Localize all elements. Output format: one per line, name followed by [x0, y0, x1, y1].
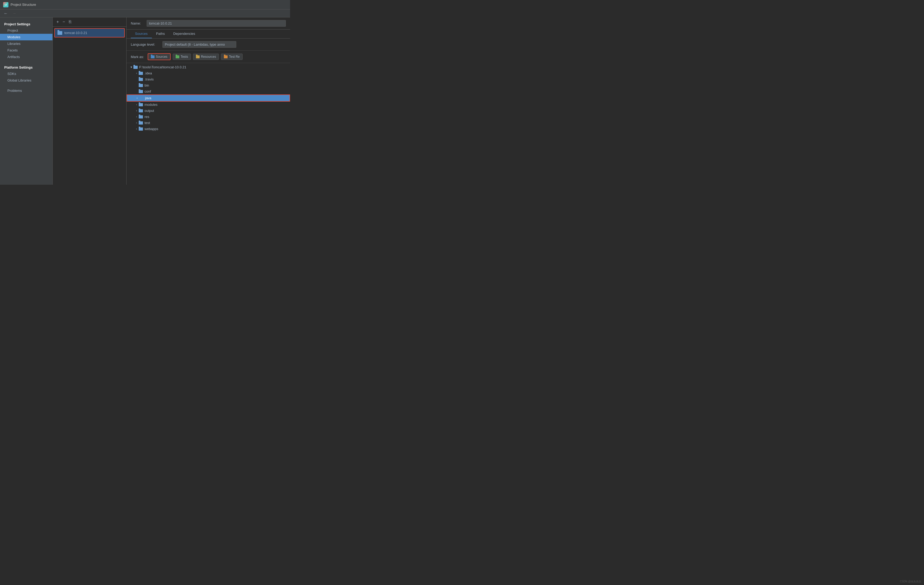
- idea-label: .idea: [145, 71, 152, 75]
- conf-label: conf: [145, 89, 151, 93]
- main-layout: Project Settings Project Modules Librari…: [0, 17, 290, 185]
- conf-folder-icon: [139, 90, 143, 93]
- language-row: Language level:: [127, 38, 290, 51]
- tree-item-res[interactable]: › res: [127, 114, 290, 120]
- webapps-arrow: ›: [134, 127, 139, 131]
- tree-root[interactable]: ▼ F:\tools\Tomcat\tomcat-10.0.21: [127, 64, 290, 70]
- modules-arrow: ›: [134, 103, 139, 106]
- sidebar-item-libraries[interactable]: Libraries: [0, 40, 53, 47]
- mark-as-label: Mark as:: [131, 55, 144, 59]
- module-item[interactable]: tomcat-10.0.21: [54, 28, 125, 38]
- name-label: Name:: [131, 21, 144, 25]
- tree-item-bin[interactable]: bin: [127, 82, 290, 88]
- test-folder-icon: [139, 121, 143, 124]
- tree-item-webapps[interactable]: › webapps: [127, 126, 290, 132]
- idea-folder-icon: [139, 72, 143, 75]
- center-panel: + − ⎘ tomcat-10.0.21: [53, 17, 127, 185]
- tab-sources[interactable]: Sources: [131, 30, 152, 38]
- tree-item-modules[interactable]: › modules: [127, 102, 290, 107]
- language-level-select[interactable]: [162, 41, 236, 48]
- forward-button[interactable]: →: [11, 10, 17, 17]
- sidebar-item-problems[interactable]: Problems: [0, 88, 53, 94]
- mark-as-row: Mark as: Sources Tests Resources Test Re: [127, 51, 290, 63]
- tab-paths[interactable]: Paths: [152, 30, 169, 38]
- test-label: test: [145, 121, 150, 125]
- java-folder-icon: [139, 97, 144, 100]
- webapps-label: webapps: [145, 127, 158, 131]
- sidebar: Project Settings Project Modules Librari…: [0, 17, 53, 185]
- mark-as-sources-button[interactable]: Sources: [148, 53, 171, 60]
- mark-as-resources-button[interactable]: Resources: [193, 54, 219, 60]
- remove-module-button[interactable]: −: [61, 19, 66, 25]
- sidebar-divider-2: [0, 84, 53, 88]
- project-settings-heading: Project Settings: [0, 21, 53, 27]
- test-resources-folder-icon: [224, 55, 228, 58]
- sidebar-item-global-libraries[interactable]: Global Libraries: [0, 77, 53, 84]
- travis-folder-icon: [139, 78, 143, 81]
- sidebar-item-sdks[interactable]: SDKs: [0, 71, 53, 77]
- sidebar-item-artifacts[interactable]: Artifacts: [0, 54, 53, 60]
- webapps-folder-icon: [139, 127, 143, 131]
- app-icon: IJ: [3, 2, 8, 7]
- root-arrow: ▼: [129, 66, 134, 69]
- output-folder-icon: [139, 109, 143, 112]
- sidebar-item-project[interactable]: Project: [0, 27, 53, 34]
- bin-label: bin: [145, 83, 149, 88]
- sidebar-divider: [0, 60, 53, 64]
- travis-label: .travis: [145, 77, 154, 81]
- idea-arrow: ›: [134, 72, 139, 75]
- module-name: tomcat-10.0.21: [64, 31, 87, 35]
- output-label: output: [145, 109, 154, 113]
- sources-folder-icon: [151, 55, 155, 58]
- tabs-bar: Sources Paths Dependencies: [127, 30, 290, 38]
- tree-item-idea[interactable]: › .idea: [127, 70, 290, 76]
- tree-item-travis[interactable]: .travis: [127, 76, 290, 82]
- sidebar-item-modules[interactable]: Modules: [0, 34, 53, 40]
- language-level-label: Language level:: [131, 43, 160, 46]
- root-folder-icon: [134, 66, 138, 69]
- java-label: java: [145, 96, 151, 100]
- res-folder-icon: [139, 115, 143, 119]
- back-button[interactable]: ←: [3, 10, 9, 17]
- java-arrow: ›: [135, 97, 139, 99]
- modules-folder-icon: [139, 103, 143, 106]
- name-row: Name:: [127, 17, 290, 30]
- copy-module-button[interactable]: ⎘: [68, 19, 73, 25]
- output-arrow: ›: [134, 109, 139, 112]
- nav-bar: ← →: [0, 10, 290, 17]
- res-arrow: ›: [134, 115, 139, 118]
- modules-label: modules: [145, 102, 157, 107]
- sidebar-item-facets[interactable]: Facets: [0, 47, 53, 54]
- mark-as-test-resources-button[interactable]: Test Re: [221, 54, 243, 60]
- title-bar: IJ Project Structure: [0, 0, 290, 10]
- module-folder-icon: [58, 31, 62, 35]
- res-label: res: [145, 115, 149, 119]
- bin-folder-icon: [139, 84, 143, 87]
- resources-folder-icon: [196, 55, 200, 58]
- add-module-button[interactable]: +: [55, 19, 60, 25]
- file-tree: ▼ F:\tools\Tomcat\tomcat-10.0.21 › .idea…: [127, 63, 290, 185]
- tree-item-output[interactable]: › output: [127, 107, 290, 114]
- name-input[interactable]: [147, 20, 286, 26]
- center-toolbar: + − ⎘: [53, 17, 126, 26]
- right-panel: Name: Sources Paths Dependencies Languag…: [127, 17, 290, 185]
- mark-as-tests-button[interactable]: Tests: [173, 54, 191, 60]
- tests-folder-icon: [176, 55, 179, 58]
- window-title: Project Structure: [10, 3, 36, 7]
- tree-item-java[interactable]: › java: [127, 94, 290, 102]
- test-arrow: ›: [134, 121, 139, 124]
- tab-dependencies[interactable]: Dependencies: [169, 30, 200, 38]
- platform-settings-heading: Platform Settings: [0, 64, 53, 71]
- tree-item-conf[interactable]: conf: [127, 88, 290, 94]
- tree-item-test[interactable]: › test: [127, 120, 290, 126]
- root-path-label: F:\tools\Tomcat\tomcat-10.0.21: [139, 65, 186, 69]
